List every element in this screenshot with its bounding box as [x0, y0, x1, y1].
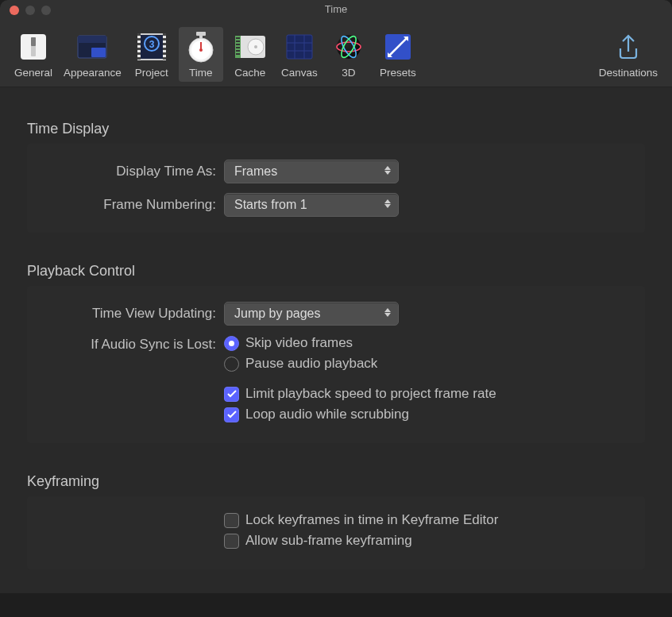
svg-rect-18 [163, 33, 166, 36]
time-view-updating-label: Time View Updating: [41, 306, 216, 322]
svg-rect-40 [287, 35, 312, 59]
section-time-display: Display Time As: Frames Frame Numbering:… [27, 144, 645, 233]
checkbox-lock-keyframes[interactable]: Lock keyframes in time in Keyframe Edito… [224, 512, 631, 528]
svg-rect-4 [78, 36, 106, 43]
time-view-updating-select[interactable]: Jump by pages [224, 302, 399, 326]
tab-3d[interactable]: 3D [326, 27, 371, 82]
tab-presets[interactable]: Presets [376, 27, 420, 82]
svg-rect-22 [163, 52, 166, 55]
section-playback-control: Time View Updating: Jump by pages If Aud… [27, 286, 645, 443]
titlebar: Time [0, 0, 672, 21]
svg-rect-11 [163, 33, 166, 60]
tab-label: General [14, 67, 52, 79]
tab-time[interactable]: Time [179, 27, 223, 82]
section-title-time-display: Time Display [27, 121, 645, 137]
svg-rect-16 [137, 52, 141, 55]
section-title-playback: Playback Control [27, 263, 645, 280]
3d-icon [330, 30, 368, 64]
project-icon: 3 [133, 30, 171, 64]
appearance-icon [73, 30, 111, 64]
radio-icon [224, 357, 239, 372]
frame-numbering-label: Frame Numbering: [41, 197, 216, 213]
tab-appearance[interactable]: Appearance [60, 27, 125, 82]
svg-rect-20 [163, 43, 166, 45]
frame-numbering-select[interactable]: Starts from 1 [224, 193, 399, 217]
svg-text:3: 3 [149, 39, 155, 50]
chevron-updown-icon [384, 166, 392, 175]
tab-cache[interactable]: Cache [228, 27, 272, 82]
svg-rect-13 [137, 38, 141, 40]
radio-label: Skip video frames [245, 335, 353, 351]
svg-marker-58 [384, 313, 391, 317]
svg-rect-39 [236, 53, 240, 55]
radio-pause-audio-playback[interactable]: Pause audio playback [224, 356, 631, 372]
svg-rect-12 [137, 33, 141, 36]
display-time-as-select[interactable]: Frames [224, 160, 399, 183]
canvas-icon [280, 30, 319, 64]
tab-label: Cache [234, 67, 265, 79]
svg-rect-10 [137, 33, 141, 60]
time-icon [182, 30, 220, 64]
svg-rect-5 [91, 48, 106, 57]
svg-rect-36 [236, 44, 240, 45]
svg-rect-17 [137, 57, 141, 60]
tab-label: 3D [342, 67, 355, 79]
checkbox-allow-subframe[interactable]: Allow sub-frame keyframing [224, 533, 631, 549]
svg-rect-34 [236, 37, 240, 39]
tab-label: Presets [380, 67, 416, 79]
tab-label: Project [135, 67, 168, 79]
checkbox-limit-playback-speed[interactable]: Limit playback speed to project frame ra… [224, 386, 631, 402]
svg-rect-14 [137, 43, 141, 45]
section-title-keyframing: Keyframing [27, 473, 645, 490]
select-value: Jump by pages [234, 307, 321, 321]
display-time-as-label: Display Time As: [41, 164, 216, 179]
svg-rect-38 [236, 50, 240, 52]
tab-label: Time [189, 67, 213, 79]
svg-rect-23 [163, 57, 166, 60]
checkbox-label: Limit playback speed to project frame ra… [245, 386, 496, 402]
checkbox-label: Lock keyframes in time in Keyframe Edito… [245, 512, 498, 528]
checkbox-label: Loop audio while scrubbing [245, 407, 409, 422]
checkbox-icon [224, 513, 239, 528]
tab-label: Appearance [64, 67, 122, 79]
radio-label: Pause audio playback [245, 356, 377, 372]
select-value: Frames [234, 164, 277, 179]
window-title: Time [0, 3, 672, 15]
tab-label: Canvas [281, 67, 318, 79]
chevron-updown-icon [384, 199, 392, 208]
svg-rect-2 [31, 37, 36, 46]
checkbox-loop-audio-scrubbing[interactable]: Loop audio while scrubbing [224, 407, 631, 422]
tab-project[interactable]: 3 Project [129, 27, 174, 82]
svg-point-32 [254, 45, 257, 48]
chevron-updown-icon [384, 308, 392, 317]
svg-rect-35 [236, 40, 240, 42]
general-icon [14, 30, 52, 64]
tab-label: Destinations [599, 67, 658, 79]
tab-destinations[interactable]: Destinations [596, 27, 661, 82]
destinations-icon [609, 30, 647, 64]
presets-icon [379, 30, 417, 64]
svg-marker-55 [384, 199, 391, 203]
checkbox-icon [224, 534, 239, 549]
svg-rect-37 [236, 47, 240, 48]
svg-marker-56 [384, 204, 391, 208]
select-value: Starts from 1 [234, 198, 307, 212]
svg-marker-54 [384, 171, 391, 175]
checkbox-icon [224, 407, 239, 422]
svg-marker-53 [384, 166, 391, 170]
svg-marker-57 [384, 308, 391, 312]
section-keyframing: Lock keyframes in time in Keyframe Edito… [27, 496, 645, 569]
tab-canvas[interactable]: Canvas [277, 27, 322, 82]
radio-skip-video-frames[interactable]: Skip video frames [224, 335, 631, 351]
checkbox-label: Allow sub-frame keyframing [245, 533, 412, 549]
svg-point-29 [199, 48, 203, 52]
svg-rect-15 [137, 48, 141, 50]
audio-sync-label: If Audio Sync is Lost: [41, 335, 216, 353]
radio-icon [224, 336, 239, 351]
tab-general[interactable]: General [11, 27, 56, 82]
svg-rect-21 [163, 48, 166, 50]
svg-rect-19 [163, 38, 166, 40]
checkbox-icon [224, 387, 239, 402]
preferences-toolbar: General Appearance 3 Project Time Cache … [0, 21, 672, 87]
cache-icon [231, 30, 269, 64]
